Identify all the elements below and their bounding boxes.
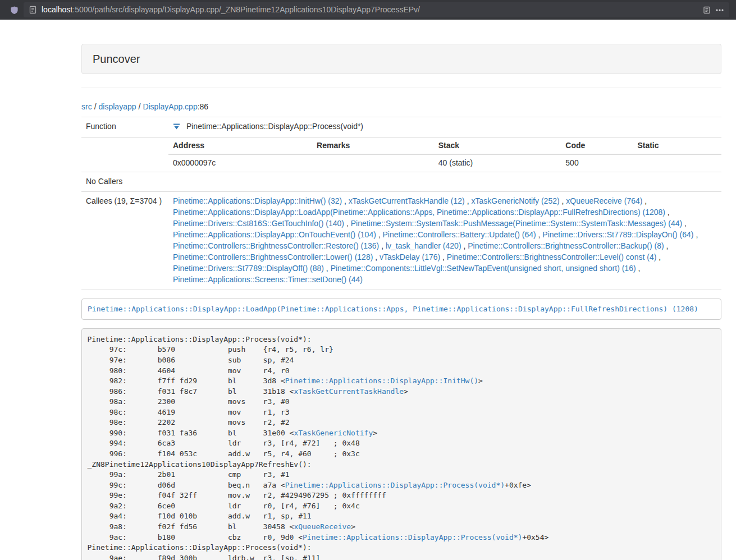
- callee-link[interactable]: Pinetime::Drivers::Cst816S::GetTouchInfo…: [173, 219, 344, 228]
- function-row: Function Pinetime::Applications::Display…: [81, 117, 721, 137]
- callee-link[interactable]: Pinetime::Controllers::BrightnessControl…: [468, 241, 664, 250]
- function-table: Function Pinetime::Applications::Display…: [81, 117, 721, 290]
- metrics-column-header: Code: [561, 138, 633, 154]
- divider: [81, 88, 721, 88]
- callee-separator: ,: [376, 230, 383, 239]
- disassembly-symbol-link[interactable]: xQueueReceive: [294, 522, 351, 531]
- callee-link[interactable]: lv_task_handler (420): [386, 241, 461, 250]
- metrics-value: [633, 154, 721, 172]
- metrics-value-row: 0x0000097c40 (static)500: [168, 154, 721, 172]
- app-header: Puncover: [81, 44, 721, 74]
- disassembly-symbol-link[interactable]: Pinetime::Applications::DisplayApp::Proc…: [303, 533, 522, 541]
- disassembly-symbol-link[interactable]: xTaskGetCurrentTaskHandle: [294, 387, 404, 396]
- callee-link[interactable]: Pinetime::Applications::DisplayApp::OnTo…: [173, 230, 376, 239]
- breadcrumb-link[interactable]: src: [81, 102, 92, 111]
- metrics-value: 40 (static): [434, 154, 561, 172]
- metrics-row: AddressRemarksStackCodeStatic 0x0000097c…: [81, 137, 721, 172]
- callee-separator: ,: [694, 230, 698, 239]
- callee-link[interactable]: Pinetime::Controllers::BrightnessControl…: [447, 253, 656, 261]
- callee-link[interactable]: xTaskGenericNotify (252): [471, 196, 559, 205]
- page-actions-icon[interactable]: [716, 9, 724, 11]
- breadcrumb-separator: /: [94, 102, 97, 111]
- metrics-value: [312, 154, 434, 172]
- disassembly-symbol-link[interactable]: xTaskGenericNotify: [294, 429, 373, 437]
- callers-cell: [168, 172, 721, 191]
- highlighted-symbol-link[interactable]: Pinetime::Applications::DisplayApp::Load…: [81, 299, 721, 320]
- disassembly-symbol-link[interactable]: Pinetime::Applications::DisplayApp::Init…: [285, 377, 478, 385]
- callees-list: Pinetime::Applications::DisplayApp::Init…: [168, 191, 721, 290]
- metrics-table: AddressRemarksStackCodeStatic 0x0000097c…: [168, 138, 721, 172]
- callees-label: Callees (19, Σ=3704 ): [81, 191, 168, 290]
- breadcrumb-link[interactable]: displayapp: [99, 102, 136, 111]
- url-bar[interactable]: localhost:5000/path/src/displayapp/Displ…: [24, 2, 729, 17]
- metrics-header-row: AddressRemarksStackCodeStatic: [168, 138, 721, 154]
- reader-view-icon[interactable]: [703, 6, 711, 14]
- breadcrumb-separator: /: [139, 102, 141, 111]
- callee-separator: ,: [342, 196, 349, 205]
- page-content: Puncover src/displayapp/DisplayApp.cpp:8…: [81, 44, 721, 560]
- metrics-column-header: Address: [168, 138, 312, 154]
- app-title: Puncover: [93, 53, 140, 65]
- disassembly-symbol-link[interactable]: Pinetime::Applications::DisplayApp::Proc…: [285, 481, 505, 489]
- no-callers-label: No Callers: [81, 172, 168, 191]
- url-text: localhost:5000/path/src/displayapp/Displ…: [42, 4, 698, 16]
- callee-link[interactable]: Pinetime::Drivers::St7789::DisplayOn() (…: [542, 230, 693, 239]
- url-path: :5000/path/src/displayapp/DisplayApp.cpp…: [72, 5, 420, 14]
- page-info-icon[interactable]: [29, 6, 36, 14]
- callee-separator: ,: [665, 208, 670, 217]
- callee-separator: ,: [379, 241, 386, 250]
- callee-separator: ,: [461, 241, 468, 250]
- collapse-icon[interactable]: [173, 122, 180, 134]
- callee-separator: ,: [536, 230, 543, 239]
- metrics-value: 500: [561, 154, 633, 172]
- callee-separator: ,: [440, 253, 447, 261]
- callee-separator: ,: [465, 196, 472, 205]
- callee-separator: ,: [373, 253, 380, 261]
- callee-link[interactable]: Pinetime::Applications::DisplayApp::Load…: [173, 208, 665, 217]
- function-cell: Pinetime::Applications::DisplayApp::Proc…: [168, 117, 721, 137]
- callee-link[interactable]: Pinetime::Controllers::BrightnessControl…: [173, 241, 379, 250]
- breadcrumb-text: :86: [198, 102, 208, 111]
- callee-separator: ,: [344, 219, 351, 228]
- callee-link[interactable]: Pinetime::System::SystemTask::PushMessag…: [351, 219, 683, 228]
- metrics-value: 0x0000097c: [168, 154, 312, 172]
- callee-separator: ,: [560, 196, 566, 205]
- breadcrumb: src/displayapp/DisplayApp.cpp:86: [81, 102, 721, 113]
- metrics-row-label: [81, 137, 168, 172]
- callee-separator: ,: [642, 196, 647, 205]
- callee-link[interactable]: vTaskDelay (176): [380, 253, 440, 261]
- callee-link[interactable]: Pinetime::Controllers::BrightnessControl…: [173, 253, 373, 261]
- callee-link[interactable]: Pinetime::Applications::DisplayApp::Init…: [173, 196, 342, 205]
- url-domain: localhost: [42, 5, 72, 14]
- metrics-cell: AddressRemarksStackCodeStatic 0x0000097c…: [168, 137, 721, 172]
- callee-link[interactable]: xTaskGetCurrentTaskHandle (12): [349, 196, 465, 205]
- callers-row: No Callers: [81, 172, 721, 191]
- metrics-column-header: Remarks: [312, 138, 434, 154]
- metrics-column-header: Stack: [434, 138, 561, 154]
- tracking-protection-shield-icon[interactable]: [10, 6, 19, 15]
- callee-separator: ,: [664, 241, 669, 250]
- callees-row: Callees (19, Σ=3704 ) Pinetime::Applicat…: [81, 191, 721, 290]
- callee-separator: ,: [656, 253, 661, 261]
- callee-separator: ,: [324, 264, 331, 273]
- disassembly: Pinetime::Applications::DisplayApp::Proc…: [81, 328, 721, 560]
- callee-separator: ,: [636, 264, 641, 273]
- function-name: Pinetime::Applications::DisplayApp::Proc…: [186, 122, 363, 131]
- breadcrumb-link[interactable]: DisplayApp.cpp: [143, 102, 197, 111]
- callee-link[interactable]: Pinetime::Applications::Screens::Timer::…: [173, 275, 363, 284]
- metrics-column-header: Static: [633, 138, 721, 154]
- callee-link[interactable]: xQueueReceive (764): [566, 196, 642, 205]
- callee-separator: ,: [682, 219, 687, 228]
- browser-toolbar: localhost:5000/path/src/displayapp/Displ…: [0, 0, 736, 20]
- callee-link[interactable]: Pinetime::Controllers::Battery::Update()…: [383, 230, 536, 239]
- function-row-label: Function: [81, 117, 168, 137]
- callee-link[interactable]: Pinetime::Drivers::St7789::DisplayOff() …: [173, 264, 324, 273]
- callee-link[interactable]: Pinetime::Components::LittleVgl::SetNewT…: [331, 264, 636, 273]
